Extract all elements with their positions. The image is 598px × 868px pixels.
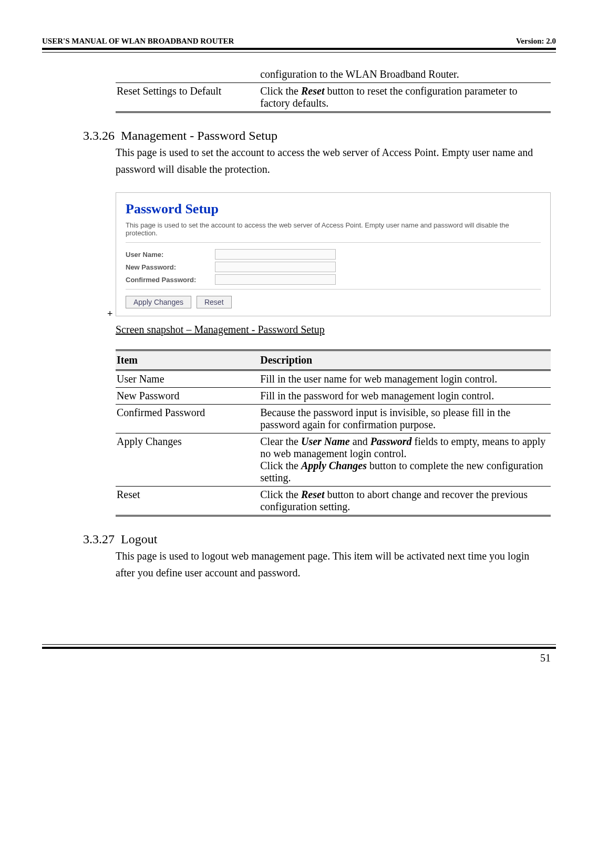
top-row0-item bbox=[116, 66, 259, 83]
cell-item: Confirmed Password bbox=[116, 405, 259, 433]
section-3-3-27-heading: 3.3.27 Logout bbox=[83, 532, 551, 546]
th-item: Item bbox=[116, 350, 259, 370]
th-description: Description bbox=[259, 350, 551, 370]
header-rule bbox=[42, 48, 556, 53]
section-3-3-27-num: 3.3.27 bbox=[83, 532, 115, 546]
label-confirmed-password: Confirmed Password: bbox=[126, 276, 215, 284]
section-3-3-26-num: 3.3.26 bbox=[83, 129, 115, 143]
plus-mark-icon: + bbox=[107, 308, 113, 319]
cell-item: New Password bbox=[116, 388, 259, 405]
panel-divider bbox=[126, 242, 541, 243]
table-row: Confirmed Password Because the password … bbox=[116, 405, 551, 433]
text: Clear the bbox=[260, 436, 301, 447]
label-user-name: User Name: bbox=[126, 251, 215, 259]
cell-item: Apply Changes bbox=[116, 433, 259, 487]
bold-text: Apply Changes bbox=[301, 460, 367, 471]
section-3-3-26-body: This page is used to set the account to … bbox=[116, 144, 551, 178]
cell-item: User Name bbox=[116, 370, 259, 388]
header-right: Version: 2.0 bbox=[516, 37, 556, 46]
section-3-3-26-heading: 3.3.26 Management - Password Setup bbox=[83, 129, 551, 143]
user-name-input[interactable] bbox=[215, 249, 336, 260]
table-row: Apply Changes Clear the User Name and Pa… bbox=[116, 433, 551, 487]
confirmed-password-input[interactable] bbox=[215, 274, 336, 285]
cell-desc: Click the Reset button to abort change a… bbox=[259, 487, 551, 516]
section-3-3-27-title: Logout bbox=[121, 532, 157, 546]
table-row: User Name Fill in the user name for web … bbox=[116, 370, 551, 388]
cell-desc: Because the password input is invisible,… bbox=[259, 405, 551, 433]
top-row1-desc: Click the Reset button to reset the conf… bbox=[259, 83, 551, 112]
reset-button[interactable]: Reset bbox=[197, 296, 232, 308]
top-row1-bold: Reset bbox=[301, 85, 324, 97]
page-header: USER'S MANUAL OF WLAN BROADBAND ROUTER V… bbox=[42, 37, 556, 46]
password-setup-screenshot: + Password Setup This page is used to se… bbox=[116, 192, 551, 316]
footer-rule bbox=[42, 644, 556, 649]
text: and bbox=[350, 436, 370, 447]
table-row: Reset Click the Reset button to abort ch… bbox=[116, 487, 551, 516]
cell-desc: Fill in the password for web management … bbox=[259, 388, 551, 405]
cell-desc: Fill in the user name for web management… bbox=[259, 370, 551, 388]
panel-title: Password Setup bbox=[126, 201, 541, 217]
top-row0-desc: configuration to the WLAN Broadband Rout… bbox=[259, 66, 551, 83]
bold-text: User Name bbox=[301, 436, 350, 447]
bold-text: Reset bbox=[301, 489, 324, 500]
section-3-3-27-body: This page is used to logout web manageme… bbox=[116, 547, 551, 581]
apply-changes-button[interactable]: Apply Changes bbox=[126, 296, 191, 308]
top-config-table: configuration to the WLAN Broadband Rout… bbox=[116, 66, 551, 113]
password-setup-table: Item Description User Name Fill in the u… bbox=[116, 349, 551, 516]
screenshot-caption: Screen snapshot – Management - Password … bbox=[116, 324, 551, 336]
header-left: USER'S MANUAL OF WLAN BROADBAND ROUTER bbox=[42, 37, 234, 46]
top-row1-item: Reset Settings to Default bbox=[116, 83, 259, 112]
text: Click the bbox=[260, 460, 301, 471]
cell-item: Reset bbox=[116, 487, 259, 516]
new-password-input[interactable] bbox=[215, 262, 336, 272]
bold-text: Password bbox=[370, 436, 412, 447]
section-3-3-26-title: Management - Password Setup bbox=[121, 129, 277, 142]
panel-divider-2 bbox=[126, 289, 541, 290]
top-row1-pre: Click the bbox=[260, 85, 301, 97]
password-setup-panel: Password Setup This page is used to set … bbox=[116, 192, 551, 316]
cell-desc: Clear the User Name and Password fields … bbox=[259, 433, 551, 487]
label-new-password: New Password: bbox=[126, 263, 215, 271]
panel-desc: This page is used to set the account to … bbox=[126, 221, 541, 237]
table-row: New Password Fill in the password for we… bbox=[116, 388, 551, 405]
text: Click the bbox=[260, 489, 301, 500]
page-number: 51 bbox=[42, 652, 556, 664]
